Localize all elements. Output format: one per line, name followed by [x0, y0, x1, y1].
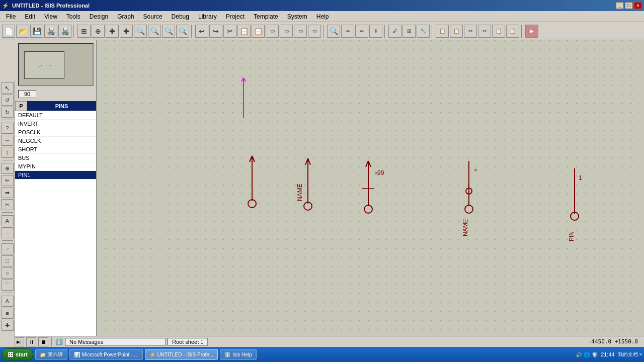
netlist-button[interactable]: 🖊: [388, 25, 401, 38]
block3-button[interactable]: ▭: [294, 25, 307, 38]
export6-button[interactable]: 📋: [506, 25, 519, 38]
block4-button[interactable]: ▭: [308, 25, 321, 38]
export1-button[interactable]: 📋: [436, 25, 449, 38]
zoom-area2-button[interactable]: 🔍: [327, 25, 340, 38]
step-button[interactable]: ▶|: [14, 337, 24, 346]
toolbar-sep-2: [191, 25, 193, 38]
close-button[interactable]: ×: [634, 2, 642, 9]
minimize-button[interactable]: _: [616, 2, 624, 9]
comp-item-default[interactable]: DEFAULT: [15, 111, 96, 120]
menu-item-template[interactable]: Template: [250, 12, 282, 21]
menu-item-tools[interactable]: Tools: [62, 12, 85, 21]
comp-item-posclk[interactable]: POSCLK: [15, 128, 96, 137]
print2-button[interactable]: 🖨️: [58, 25, 71, 38]
menu-item-help[interactable]: Help: [312, 12, 333, 21]
symbol-tool[interactable]: ≡: [2, 227, 14, 238]
menu-item-view[interactable]: View: [40, 12, 61, 21]
export2-button[interactable]: 📋: [450, 25, 463, 38]
comp-item-negclk[interactable]: NEGCLK: [15, 137, 96, 145]
maximize-button[interactable]: □: [625, 2, 633, 9]
menu-item-graph[interactable]: Graph: [113, 12, 138, 21]
comp-item-bus[interactable]: BUS: [15, 154, 96, 162]
canvas-area[interactable]: NAME × 99 × NAME: [97, 40, 644, 336]
comp-item-mypin[interactable]: MYPIN: [15, 162, 96, 171]
copy-button[interactable]: 📋: [237, 25, 251, 38]
wire-button[interactable]: ✚: [106, 25, 119, 38]
mirrorx-tool[interactable]: ↔: [2, 135, 14, 146]
help-tool[interactable]: ?: [2, 123, 14, 134]
toolbar: 📄 📂 💾 🖨️ 🖨️ ⊞ ⊕ ✚ ✚ 🔍 🔍 🔍 🔍 ↩ ↪ ✂ 📋 📋 ▭ …: [0, 22, 644, 40]
menu-item-debug[interactable]: Debug: [168, 12, 193, 21]
script-tool[interactable]: ≡: [2, 308, 14, 319]
rotate-ccw-tool[interactable]: ↺: [2, 95, 14, 106]
down-button[interactable]: ⇓: [369, 25, 382, 38]
save-button[interactable]: 💾: [30, 25, 43, 38]
title-bar-left: ⚡ UNTITLED - ISIS Professional: [2, 3, 90, 9]
rotate-cw-tool[interactable]: ↻: [2, 107, 14, 118]
zoom-out-button[interactable]: 🔍: [148, 25, 161, 38]
rect-tool[interactable]: □: [2, 255, 14, 266]
simulate-button[interactable]: ▶: [525, 25, 538, 38]
status-bar: ▶ ▶| ⏸ ⏹ ℹ️ No Messages Root sheet 1 -44…: [0, 336, 644, 347]
export4-button[interactable]: ✂: [478, 25, 491, 38]
undo-button[interactable]: ↩: [195, 25, 208, 38]
junction-tool[interactable]: ✏: [2, 175, 14, 186]
menu-item-library[interactable]: Library: [194, 12, 221, 21]
menu-item-file[interactable]: File: [2, 12, 20, 21]
toolbar-sep-6: [521, 25, 523, 38]
left-toolbar: ↖ ↺ ↻ ? ↔ ↕ ⊕ ✏ ➡ ✂ A ≡ ⟋ □ ○ ⌒ A ≡ ✚: [0, 80, 15, 362]
annotation-button[interactable]: ⊞: [403, 25, 416, 38]
new-button[interactable]: 📄: [2, 25, 15, 38]
text2-tool[interactable]: A: [2, 296, 14, 307]
start-button[interactable]: ⊞ start: [2, 348, 33, 360]
comp-item-invert[interactable]: INVERT: [15, 120, 96, 128]
panel-p-label[interactable]: P: [15, 101, 27, 111]
back-button[interactable]: ⇐: [355, 25, 368, 38]
menu-item-design[interactable]: Design: [86, 12, 112, 21]
taskbar-app-isis-help[interactable]: ℹ️Isis Help: [220, 349, 256, 360]
prop-button[interactable]: 🔧: [417, 25, 430, 38]
component-list[interactable]: DEFAULTINVERTPOSCLKNEGCLKSHORTBUSMYPINPI…: [15, 111, 96, 336]
menu-item-edit[interactable]: Edit: [21, 12, 39, 21]
taskbar-right: 🔊 🌐 🛡️ 21:44 我的文档 »: [576, 351, 642, 358]
arc-tool[interactable]: ⌒: [2, 280, 14, 291]
grid-button[interactable]: ⊞: [77, 25, 91, 38]
open-button[interactable]: 📂: [16, 25, 29, 38]
paste-button[interactable]: 📋: [252, 25, 265, 38]
mirrory-tool[interactable]: ↕: [2, 147, 14, 158]
comp-item-pin1[interactable]: PIN1: [15, 171, 96, 179]
add-tool[interactable]: ✚: [2, 320, 14, 331]
main-area: ↖ ↺ ↻ ? ↔ ↕ ⊕ ✏ ➡ ✂ A ≡ ⟋ □ ○ ⌒ A ≡ ✚ ·,…: [0, 40, 644, 336]
menu-item-system[interactable]: System: [283, 12, 311, 21]
circle-tool[interactable]: ○: [2, 267, 14, 279]
bus-button[interactable]: ✚: [120, 25, 133, 38]
export3-button[interactable]: ✂: [464, 25, 477, 38]
wire-label-tool[interactable]: ➡: [2, 187, 14, 198]
block2-button[interactable]: ▭: [280, 25, 293, 38]
zoom-in-button[interactable]: 🔍: [134, 25, 147, 38]
clock: 21:44: [601, 351, 615, 357]
print-button[interactable]: 🖨️: [44, 25, 57, 38]
menu-item-project[interactable]: Project: [222, 12, 249, 21]
component-tool[interactable]: ⊕: [2, 163, 14, 174]
stop-button[interactable]: ⏹: [38, 337, 48, 346]
text-tool[interactable]: ✂: [2, 199, 14, 210]
pause-button[interactable]: ⏸: [26, 337, 36, 346]
junction-button[interactable]: ⊕: [92, 25, 105, 38]
zoom-area-button[interactable]: 🔍: [176, 25, 189, 38]
fwd-button[interactable]: ⇒: [341, 25, 354, 38]
export5-button[interactable]: 📋: [492, 25, 505, 38]
comp-item-short[interactable]: SHORT: [15, 145, 96, 154]
menu-item-source[interactable]: Source: [139, 12, 167, 21]
taskbar-app-untitled---isis-profe---[interactable]: ⚡UNTITLED - ISIS Profe...: [145, 349, 218, 360]
taskbar-app----[interactable]: 📁第六讲: [35, 349, 67, 360]
line-tool[interactable]: ⟋: [2, 243, 14, 254]
my-docs[interactable]: 我的文档 »: [618, 351, 642, 358]
cut-button[interactable]: ✂: [223, 25, 236, 38]
pin-tool[interactable]: A: [2, 215, 14, 226]
redo-button[interactable]: ↪: [209, 25, 222, 38]
zoom-fit-button[interactable]: 🔍: [162, 25, 175, 38]
taskbar-app-microsoft-powerpoint------[interactable]: 📊Microsoft PowerPoint - ...: [69, 349, 143, 360]
block1-button[interactable]: ▭: [266, 25, 279, 38]
select-tool[interactable]: ↖: [2, 82, 14, 94]
